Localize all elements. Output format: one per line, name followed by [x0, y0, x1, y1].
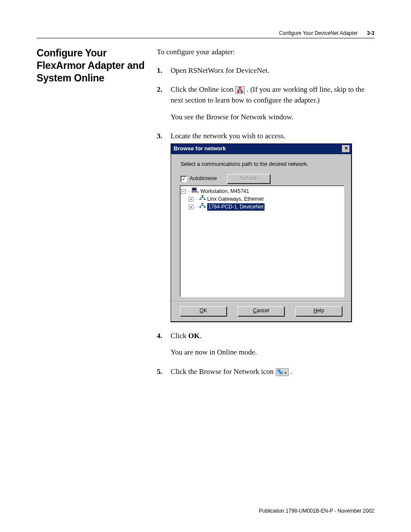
network-icon — [199, 195, 206, 203]
cancel-button[interactable]: Cancel — [238, 306, 284, 316]
network-tree[interactable]: − ··· Workstation, M45741 + — [180, 185, 344, 297]
dialog-instruction: Select a communications path to the desi… — [181, 160, 344, 168]
browse-network-icon — [276, 368, 289, 376]
step-4-ok: OK — [188, 332, 199, 340]
svg-rect-8 — [193, 188, 196, 190]
step-2-follow: You see the Browse for Network window. — [171, 112, 374, 123]
step-5-text-b: . — [290, 367, 292, 376]
svg-rect-6 — [241, 91, 243, 93]
step-3-text: Locate the network you wish to access. — [171, 132, 286, 140]
step-4-text-c: . — [200, 332, 202, 340]
ok-button[interactable]: OK — [180, 306, 227, 316]
expand-icon[interactable]: + — [189, 197, 193, 202]
step-4: Click OK. You are now in Online mode. — [157, 331, 374, 358]
svg-marker-24 — [285, 372, 286, 373]
svg-rect-9 — [192, 192, 199, 193]
workstation-icon — [192, 187, 199, 195]
header-rule — [37, 38, 374, 38]
step-5: Click the Browse for Network icon . — [157, 367, 374, 377]
dialog-title: Browse for network — [174, 145, 226, 153]
svg-rect-15 — [202, 203, 203, 204]
dialog-titlebar: Browse for network ✕ — [171, 144, 351, 154]
tree-root-label: Workstation, M45741 — [200, 188, 249, 195]
step-4-follow: You are now in Online mode. — [171, 347, 374, 358]
refresh-button[interactable]: Refresh — [227, 174, 270, 184]
step-5-text-a: Click the Browse for Network icon — [171, 367, 276, 376]
running-header: Configure Your DeviceNet Adapter 3-3 — [37, 30, 374, 36]
body-column: To configure your adapter: Open RSNetWor… — [157, 47, 374, 386]
svg-rect-18 — [199, 206, 201, 208]
autobrowse-label: Autobrowse — [190, 175, 217, 182]
steps-list: Open RSNetWorx for DeviceNet. Click the … — [157, 65, 374, 377]
close-button[interactable]: ✕ — [342, 145, 350, 152]
step-2: Click the Online icon . (If you are — [157, 84, 374, 122]
svg-rect-10 — [202, 195, 203, 196]
browse-network-dialog: Browse for network ✕ Select a communicat… — [171, 143, 352, 322]
page-number: 3-3 — [367, 30, 374, 36]
step-1: Open RSNetWorx for DeviceNet. — [157, 65, 374, 76]
collapse-icon[interactable]: − — [181, 189, 186, 194]
svg-rect-5 — [237, 91, 239, 93]
tree-item-pcd[interactable]: + ··· 1784-PCD-1, DeviceNet — [181, 203, 343, 211]
svg-rect-23 — [280, 372, 282, 373]
running-title: Configure Your DeviceNet Adapter — [279, 30, 358, 36]
tree-linx-label: Linx Gateways, Ethernet — [207, 196, 264, 203]
svg-rect-14 — [204, 199, 206, 200]
svg-rect-0 — [239, 87, 241, 88]
tree-root[interactable]: − ··· Workstation, M45741 — [181, 187, 343, 195]
svg-rect-21 — [278, 370, 280, 371]
step-4-text-a: Click — [171, 332, 188, 340]
autobrowse-checkbox[interactable]: ✓ — [181, 176, 187, 182]
tree-pcd-label: 1784-PCD-1, DeviceNet — [207, 203, 265, 211]
section-heading: Configure Your FlexArmor Adapter and Sys… — [37, 47, 146, 84]
step-2-text-a: Click the Online icon — [171, 85, 235, 93]
publication-footer: Publication 1798-UM001B-EN-P - November … — [259, 508, 374, 514]
intro-text: To configure your adapter: — [157, 47, 374, 58]
svg-rect-19 — [204, 206, 206, 208]
online-icon — [235, 86, 245, 94]
step-3: Locate the network you wish to access. B… — [157, 131, 374, 322]
network-icon — [199, 203, 206, 211]
step-1-text: Open RSNetWorx for DeviceNet. — [171, 66, 269, 75]
expand-icon[interactable]: + — [189, 205, 193, 209]
svg-rect-13 — [199, 199, 201, 200]
help-button[interactable]: Help — [296, 306, 342, 316]
tree-item-linx[interactable]: + ··· Linx Gateways, Ethernet — [181, 195, 343, 203]
